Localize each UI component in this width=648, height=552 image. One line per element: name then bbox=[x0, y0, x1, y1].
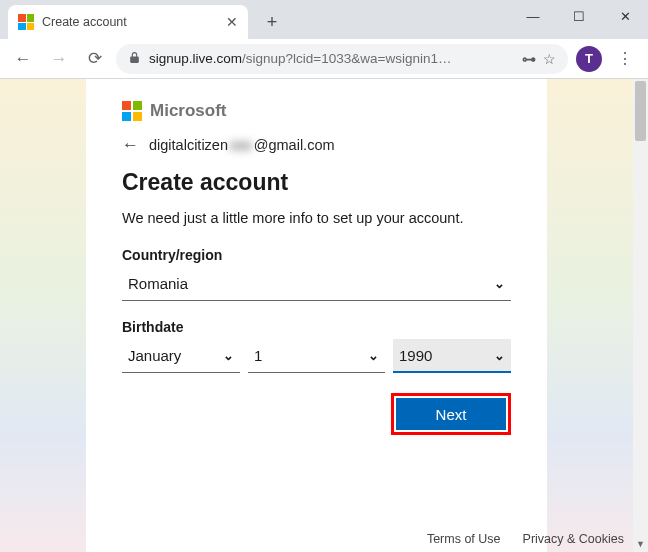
minimize-button[interactable]: ― bbox=[510, 0, 556, 32]
chevron-down-icon: ⌄ bbox=[494, 276, 505, 291]
country-value: Romania bbox=[128, 275, 494, 292]
close-window-button[interactable]: ✕ bbox=[602, 0, 648, 32]
country-label: Country/region bbox=[122, 247, 511, 263]
lock-icon bbox=[128, 51, 141, 67]
browser-tab[interactable]: Create account ✕ bbox=[8, 5, 248, 39]
chevron-down-icon: ⌄ bbox=[223, 348, 234, 363]
forward-button[interactable]: → bbox=[44, 44, 74, 74]
next-button-highlight: Next bbox=[391, 393, 511, 435]
privacy-link[interactable]: Privacy & Cookies bbox=[523, 532, 624, 546]
star-icon[interactable]: ☆ bbox=[543, 51, 556, 67]
microsoft-logo: Microsoft bbox=[122, 101, 511, 121]
tab-favicon-icon bbox=[18, 14, 34, 30]
profile-avatar[interactable]: T bbox=[574, 44, 604, 74]
identity-email: digitalcitizenxxx@gmail.com bbox=[149, 137, 335, 153]
country-field: Country/region Romania ⌄ bbox=[122, 247, 511, 301]
actions-row: Next bbox=[122, 393, 511, 435]
background-gradient-left bbox=[0, 79, 90, 552]
scrollbar[interactable]: ▲ ▼ bbox=[633, 79, 648, 552]
browser-chrome: ― ☐ ✕ Create account ✕ + ← → ⟳ signup.li… bbox=[0, 0, 648, 79]
identity-back-row[interactable]: ← digitalcitizenxxx@gmail.com bbox=[122, 135, 511, 155]
microsoft-logo-text: Microsoft bbox=[150, 101, 227, 121]
page-heading: Create account bbox=[122, 169, 511, 196]
maximize-button[interactable]: ☐ bbox=[556, 0, 602, 32]
chevron-down-icon: ⌄ bbox=[494, 348, 505, 363]
key-icon[interactable]: ⊶ bbox=[522, 51, 535, 67]
birth-day-value: 1 bbox=[254, 347, 368, 364]
close-tab-icon[interactable]: ✕ bbox=[226, 14, 238, 30]
scrollbar-thumb[interactable] bbox=[635, 81, 646, 141]
page-subtitle: We need just a little more info to set u… bbox=[122, 208, 511, 229]
address-bar[interactable]: signup.live.com/signup?lcid=1033&wa=wsig… bbox=[116, 44, 568, 74]
terms-link[interactable]: Terms of Use bbox=[427, 532, 501, 546]
page-viewport: Microsoft ← digitalcitizenxxx@gmail.com … bbox=[0, 79, 648, 552]
browser-toolbar: ← → ⟳ signup.live.com/signup?lcid=1033&w… bbox=[0, 39, 648, 79]
birth-year-value: 1990 bbox=[399, 347, 494, 364]
back-button[interactable]: ← bbox=[8, 44, 38, 74]
legal-footer: Terms of Use Privacy & Cookies bbox=[427, 532, 624, 546]
reload-button[interactable]: ⟳ bbox=[80, 44, 110, 74]
birthdate-field: Birthdate January ⌄ 1 ⌄ 1990 ⌄ bbox=[122, 319, 511, 373]
birth-year-select[interactable]: 1990 ⌄ bbox=[393, 339, 511, 373]
browser-menu-button[interactable]: ⋮ bbox=[610, 44, 640, 74]
birth-month-select[interactable]: January ⌄ bbox=[122, 339, 240, 373]
url-text: signup.live.com/signup?lcid=1033&wa=wsig… bbox=[149, 51, 514, 66]
new-tab-button[interactable]: + bbox=[258, 8, 286, 36]
scroll-down-button[interactable]: ▼ bbox=[633, 536, 648, 552]
birthdate-label: Birthdate bbox=[122, 319, 511, 335]
back-arrow-icon[interactable]: ← bbox=[122, 135, 139, 155]
microsoft-logo-icon bbox=[122, 101, 142, 121]
next-button[interactable]: Next bbox=[396, 398, 506, 430]
country-select[interactable]: Romania ⌄ bbox=[122, 267, 511, 301]
signup-card: Microsoft ← digitalcitizenxxx@gmail.com … bbox=[86, 79, 547, 552]
background-gradient-right bbox=[543, 79, 633, 552]
chevron-down-icon: ⌄ bbox=[368, 348, 379, 363]
birth-day-select[interactable]: 1 ⌄ bbox=[248, 339, 385, 373]
window-controls: ― ☐ ✕ bbox=[510, 0, 648, 32]
tab-title: Create account bbox=[42, 15, 218, 29]
birth-month-value: January bbox=[128, 347, 223, 364]
